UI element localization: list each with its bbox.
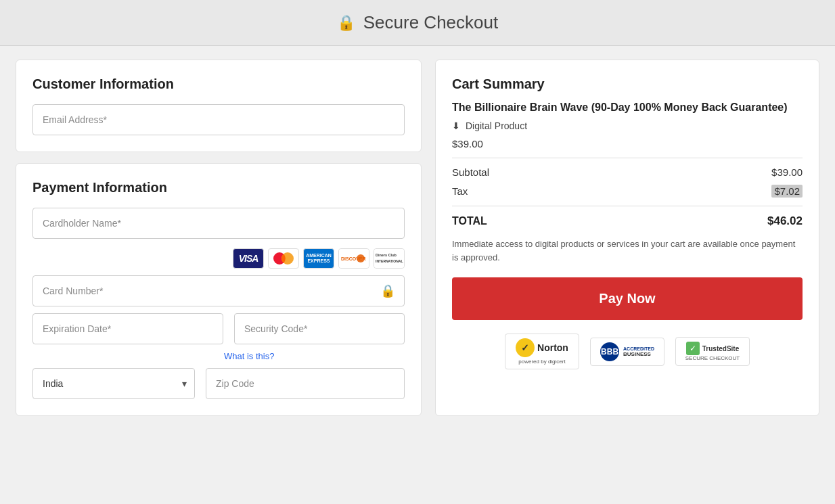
country-select[interactable]: India United States United Kingdom Canad… — [32, 368, 195, 399]
country-wrapper: India United States United Kingdom Canad… — [32, 368, 195, 399]
tax-value: $7.02 — [771, 185, 803, 198]
card-icons-row: VISA AMERICANEXPRESS DISCOVER — [32, 248, 405, 269]
tax-row: Tax $7.02 — [452, 185, 803, 198]
security-code-input[interactable] — [234, 313, 405, 344]
page-title: Secure Checkout — [363, 12, 498, 33]
what-is-this-link[interactable]: What is this? — [224, 351, 405, 361]
total-value: $46.02 — [767, 214, 803, 228]
card-number-wrapper: 🔒 — [32, 275, 405, 306]
visa-icon: VISA — [233, 248, 264, 269]
cardholder-name-input[interactable] — [32, 208, 405, 239]
email-input[interactable] — [32, 104, 405, 135]
total-label: TOTAL — [452, 215, 487, 227]
norton-sub: powered by digicert — [518, 359, 565, 365]
svg-rect-5 — [374, 249, 404, 268]
amex-icon: AMERICANEXPRESS — [303, 248, 334, 269]
bbb-right: ACCREDITED BUSINESS — [623, 346, 654, 357]
svg-text:INTERNATIONAL: INTERNATIONAL — [376, 259, 403, 263]
trust-badges: ✓ Norton powered by digicert BBB ACCREDI… — [452, 334, 803, 369]
subtotal-label: Subtotal — [452, 166, 489, 178]
cart-divider — [452, 158, 803, 158]
subtotal-row: Subtotal $39.00 — [452, 166, 803, 178]
customer-information-card: Customer Information — [16, 60, 422, 152]
cart-title: Cart Summary — [452, 76, 803, 92]
tax-label: Tax — [452, 185, 468, 197]
download-icon: ⬇ — [452, 120, 460, 131]
lock-icon: 🔒 — [337, 14, 355, 32]
trustedsite-check-icon: ✓ — [686, 342, 700, 355]
norton-text: Norton — [537, 342, 568, 353]
exp-security-row — [32, 313, 405, 344]
bbb-accredited-label: ACCREDITED — [623, 346, 654, 351]
svg-text:Diners Club: Diners Club — [376, 253, 397, 257]
pay-now-button[interactable]: Pay Now — [452, 277, 803, 320]
total-divider — [452, 206, 803, 206]
zip-code-input[interactable] — [206, 368, 405, 399]
card-number-input[interactable] — [32, 275, 405, 306]
bbb-icon: BBB — [600, 342, 619, 361]
norton-badge: ✓ Norton powered by digicert — [505, 334, 579, 369]
expiration-date-input[interactable] — [32, 313, 223, 344]
mastercard-icon — [268, 248, 299, 269]
diners-icon: Diners Club INTERNATIONAL — [374, 248, 405, 269]
digital-label: Digital Product — [466, 120, 527, 131]
trustedsite-text: TrustedSite — [702, 345, 739, 352]
bbb-inner: BBB ACCREDITED BUSINESS — [600, 342, 654, 361]
checkout-header: 🔒 Secure Checkout — [0, 0, 835, 46]
left-panel: Customer Information Payment Information… — [16, 60, 422, 416]
trustedsite-badge: ✓ TrustedSite SECURE CHECKOUT — [675, 337, 750, 366]
subtotal-value: $39.00 — [771, 166, 803, 178]
payment-section-title: Payment Information — [32, 180, 405, 196]
total-row: TOTAL $46.02 — [452, 214, 803, 228]
customer-section-title: Customer Information — [32, 76, 405, 92]
trustedsite-sub: SECURE CHECKOUT — [685, 355, 740, 361]
norton-logo: ✓ Norton — [516, 338, 568, 357]
product-name: The Billionaire Brain Wave (90-Day 100% … — [452, 101, 803, 114]
cart-summary-panel: Cart Summary The Billionaire Brain Wave … — [435, 60, 819, 416]
svg-point-4 — [357, 254, 365, 262]
norton-check-icon: ✓ — [516, 338, 535, 357]
bbb-business-label: BUSINESS — [623, 351, 654, 357]
bbb-badge: BBB ACCREDITED BUSINESS — [590, 338, 664, 366]
trustedsite-inner: ✓ TrustedSite — [686, 342, 739, 355]
card-lock-icon: 🔒 — [380, 283, 395, 298]
access-note: Immediate access to digital products or … — [452, 237, 803, 264]
digital-product-row: ⬇ Digital Product — [452, 120, 803, 131]
main-content: Customer Information Payment Information… — [5, 46, 830, 430]
country-zip-row: India United States United Kingdom Canad… — [32, 368, 405, 399]
product-price: $39.00 — [452, 138, 803, 150]
discover-icon: DISCOVER — [338, 248, 369, 269]
payment-information-card: Payment Information VISA AMERICANEXPRESS… — [16, 163, 422, 416]
